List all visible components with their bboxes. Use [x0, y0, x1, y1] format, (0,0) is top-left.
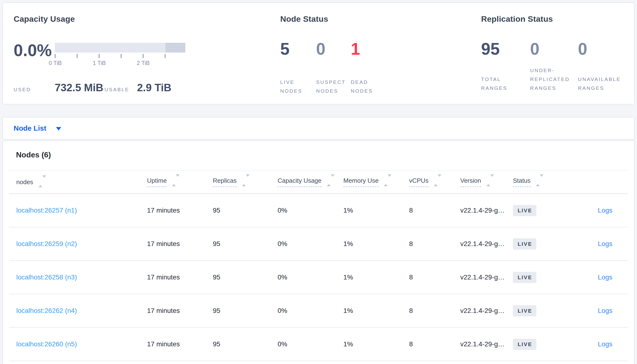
uptime-cell: 17 minutes	[140, 274, 206, 281]
capacity-percent-value: 0.0%	[14, 42, 52, 59]
replication-status-values: 95 0 0	[481, 40, 629, 57]
vcpus-cell: 8	[402, 274, 453, 281]
capacity-usage-section: Capacity Usage 0.0% 0 TiB 1 TiB 2 TiB US…	[14, 3, 277, 104]
table-row: localhost:26257 (n1) 17 minutes 95 0% 1%…	[9, 194, 628, 228]
used-value: 732.5 MiB	[55, 82, 105, 94]
node-address-link[interactable]: localhost:26257 (n1)	[16, 206, 77, 214]
nodes-section-title: Nodes (6)	[16, 150, 628, 159]
capacity-meter-reserved-segment	[165, 43, 185, 52]
sort-icon[interactable]	[536, 177, 543, 184]
column-header-memory-use[interactable]: Memory Use	[336, 177, 402, 188]
logs-link[interactable]: Logs	[598, 206, 612, 214]
table-header-row: nodes Uptime Replicas Capacity Usage Mem…	[9, 170, 628, 194]
capacity-usage-cell: 0%	[270, 307, 336, 314]
replicas-cell: 95	[206, 206, 270, 214]
sort-icon[interactable]	[327, 177, 335, 184]
uptime-cell: 17 minutes	[140, 240, 206, 248]
unavailable-ranges-value: 0	[578, 40, 629, 57]
table-row: localhost:26259 (n2) 17 minutes 95 0% 1%…	[9, 228, 628, 261]
logs-link[interactable]: Logs	[598, 274, 612, 281]
version-cell: v22.1.4-29-g…	[453, 274, 506, 281]
column-header-vcpus[interactable]: vCPUs	[402, 177, 453, 188]
axis-tick-label: 1 TiB	[93, 60, 106, 66]
table-row: localhost:26260 (n5) 17 minutes 95 0% 1%…	[9, 328, 628, 361]
sort-icon[interactable]	[172, 177, 180, 184]
capacity-meter-bar	[55, 43, 185, 52]
node-status-labels: LIVE NODES SUSPECT NODES DEAD NODES	[280, 78, 389, 95]
vcpus-cell: 8	[402, 206, 453, 214]
capacity-usage-title: Capacity Usage	[14, 14, 75, 24]
total-ranges-value: 95	[481, 40, 530, 57]
used-label: USED	[14, 87, 55, 92]
node-address-link[interactable]: localhost:26258 (n3)	[16, 274, 77, 281]
axis-tick	[99, 54, 100, 58]
version-cell: v22.1.4-29-g…	[453, 206, 506, 214]
node-address-link[interactable]: localhost:26260 (n5)	[16, 340, 77, 348]
status-badge: LIVE	[513, 205, 536, 216]
memory-use-cell: 1%	[336, 274, 402, 281]
logs-link[interactable]: Logs	[598, 240, 612, 248]
replicas-cell: 95	[206, 340, 270, 348]
capacity-usage-cell: 0%	[270, 340, 336, 348]
capacity-usage-cell: 0%	[270, 206, 336, 214]
dead-nodes-label: DEAD NODES	[351, 78, 380, 95]
logs-link[interactable]: Logs	[598, 340, 612, 348]
node-status-values: 5 0 1	[280, 40, 389, 57]
unavailable-ranges-label: UNAVAILABLE RANGES	[578, 75, 628, 92]
node-status-section: Node Status 5 0 1 LIVE NODES SUSPECT NOD…	[280, 3, 479, 104]
column-header-capacity-usage[interactable]: Capacity Usage	[270, 177, 336, 188]
total-ranges-label: TOTAL RANGES	[481, 75, 510, 92]
axis-tick	[55, 54, 56, 58]
view-selector-bar: Node List	[3, 117, 634, 140]
under-replicated-ranges-value: 0	[530, 40, 578, 57]
logs-link[interactable]: Logs	[598, 307, 612, 314]
table-row: localhost:26258 (n3) 17 minutes 95 0% 1%…	[9, 261, 628, 294]
sort-icon[interactable]	[384, 177, 391, 184]
replication-status-title: Replication Status	[481, 14, 553, 24]
dead-nodes-value: 1	[351, 40, 389, 57]
memory-use-cell: 1%	[336, 340, 402, 348]
column-header-version[interactable]: Version	[453, 177, 506, 188]
column-header-status[interactable]: Status	[506, 177, 580, 188]
replicas-cell: 95	[206, 274, 270, 281]
suspect-nodes-label: SUSPECT NODES	[316, 78, 347, 95]
under-replicated-ranges-label: UNDER-REPLICATED RANGES	[530, 66, 577, 92]
axis-tick	[143, 54, 143, 58]
node-status-title: Node Status	[280, 14, 328, 24]
column-header-uptime[interactable]: Uptime	[140, 177, 206, 188]
column-header-nodes[interactable]: nodes	[9, 178, 140, 186]
node-address-link[interactable]: localhost:26259 (n2)	[16, 240, 77, 248]
sort-icon[interactable]	[39, 178, 46, 185]
version-cell: v22.1.4-29-g…	[453, 240, 506, 248]
live-nodes-value: 5	[280, 40, 316, 57]
table-body: localhost:26257 (n1) 17 minutes 95 0% 1%…	[9, 194, 628, 361]
cluster-summary-panel: Capacity Usage 0.0% 0 TiB 1 TiB 2 TiB US…	[3, 2, 634, 104]
replicas-cell: 95	[206, 307, 270, 314]
node-address-link[interactable]: localhost:26262 (n4)	[16, 307, 77, 314]
axis-tick	[121, 54, 121, 58]
usable-label: USABLE	[105, 87, 137, 92]
suspect-nodes-value: 0	[316, 40, 351, 57]
column-header-replicas[interactable]: Replicas	[206, 177, 270, 188]
sort-icon[interactable]	[486, 177, 494, 184]
node-list-dropdown[interactable]: Node List	[14, 124, 46, 132]
sort-icon[interactable]	[242, 177, 250, 184]
sort-icon[interactable]	[434, 177, 441, 184]
uptime-cell: 17 minutes	[140, 307, 206, 314]
chevron-down-icon[interactable]	[56, 127, 61, 130]
axis-tick-label: 0 TiB	[49, 60, 62, 66]
live-nodes-label: LIVE NODES	[280, 78, 309, 95]
memory-use-cell: 1%	[336, 206, 402, 214]
status-badge: LIVE	[513, 339, 536, 350]
nodes-panel: Nodes (6) nodes Uptime Replicas Capacity…	[3, 140, 634, 364]
version-cell: v22.1.4-29-g…	[453, 340, 506, 348]
vcpus-cell: 8	[402, 240, 453, 248]
status-badge: LIVE	[513, 305, 536, 316]
replication-status-section: Replication Status 95 0 0 TOTAL RANGES U…	[481, 3, 634, 104]
capacity-stats-row: USED 732.5 MiB USABLE 2.9 TiB	[14, 82, 171, 94]
uptime-cell: 17 minutes	[140, 340, 206, 348]
axis-tick-label: 2 TiB	[137, 60, 150, 66]
usable-value: 2.9 TiB	[137, 82, 171, 94]
vcpus-cell: 8	[402, 340, 453, 348]
memory-use-cell: 1%	[336, 240, 402, 248]
